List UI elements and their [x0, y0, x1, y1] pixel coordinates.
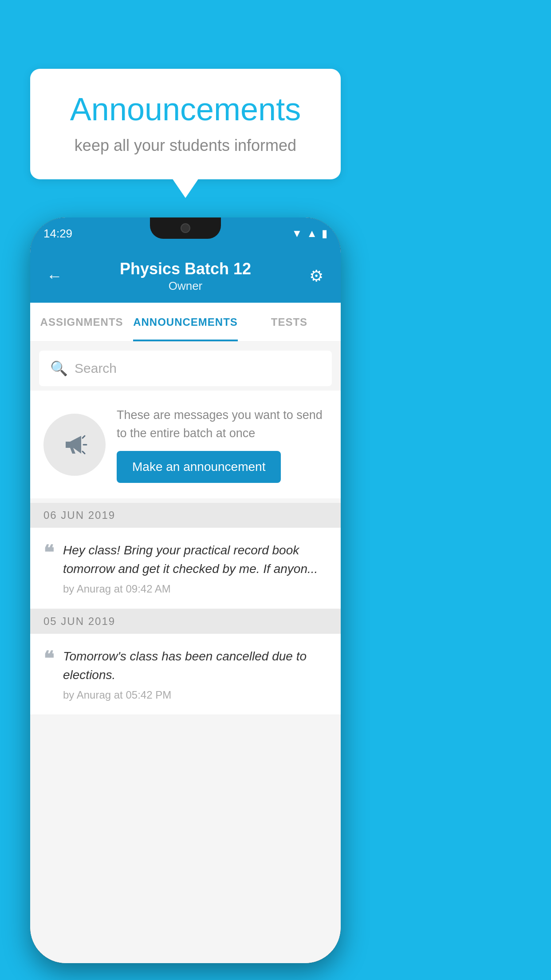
speech-bubble-container: Announcements keep all your students inf…: [30, 69, 341, 179]
phone-screen: 14:29 ▼ ▲ ▮ ← Physics Batch 12 Owner ⚙ A…: [30, 217, 341, 963]
settings-icon[interactable]: ⚙: [305, 267, 327, 285]
wifi-icon: ▼: [291, 227, 302, 240]
quote-icon-1: ❝: [43, 543, 54, 563]
header-title-group: Physics Batch 12 Owner: [66, 260, 305, 293]
search-placeholder-text: Search: [75, 361, 117, 376]
batch-title: Physics Batch 12: [66, 260, 305, 278]
camera: [181, 223, 190, 233]
announcement-meta-1: by Anurag at 09:42 AM: [63, 583, 327, 595]
promo-card: These are messages you want to send to t…: [30, 391, 341, 498]
batch-role: Owner: [66, 279, 305, 293]
announcement-message-1: Hey class! Bring your practical record b…: [63, 541, 327, 578]
signal-icon: ▲: [307, 227, 317, 240]
date-text-1: 06 JUN 2019: [43, 509, 115, 522]
svg-line-0: [83, 436, 85, 438]
announcement-text-group-2: Tomorrow's class has been cancelled due …: [63, 647, 327, 701]
content-area: 🔍 Search These are messages you want to …: [30, 342, 341, 963]
search-bar[interactable]: 🔍 Search: [39, 351, 332, 386]
app-header: ← Physics Batch 12 Owner ⚙: [30, 249, 341, 303]
speech-bubble: Announcements keep all your students inf…: [30, 69, 341, 179]
promo-icon-circle: [43, 414, 106, 476]
notch: [150, 217, 221, 239]
tab-assignments[interactable]: ASSIGNMENTS: [30, 303, 133, 341]
status-time: 14:29: [43, 227, 72, 241]
tabs-bar: ASSIGNMENTS ANNOUNCEMENTS TESTS: [30, 303, 341, 342]
battery-icon: ▮: [322, 227, 327, 240]
status-icons: ▼ ▲ ▮: [291, 227, 327, 240]
date-text-2: 05 JUN 2019: [43, 615, 115, 628]
megaphone-icon: [59, 429, 90, 460]
tab-announcements[interactable]: ANNOUNCEMENTS: [133, 303, 238, 341]
back-button[interactable]: ←: [43, 267, 66, 285]
announcement-item-1[interactable]: ❝ Hey class! Bring your practical record…: [30, 528, 341, 609]
announcement-message-2: Tomorrow's class has been cancelled due …: [63, 647, 327, 684]
date-separator-1: 06 JUN 2019: [30, 503, 341, 528]
phone-frame: 14:29 ▼ ▲ ▮ ← Physics Batch 12 Owner ⚙ A…: [30, 217, 341, 963]
promo-description: These are messages you want to send to t…: [117, 406, 327, 442]
speech-bubble-title: Announcements: [57, 91, 314, 127]
tab-tests[interactable]: TESTS: [238, 303, 341, 341]
search-icon: 🔍: [50, 360, 68, 377]
make-announcement-button[interactable]: Make an announcement: [117, 451, 281, 483]
promo-text-group: These are messages you want to send to t…: [117, 406, 327, 483]
announcement-text-group-1: Hey class! Bring your practical record b…: [63, 541, 327, 595]
svg-line-2: [83, 451, 85, 454]
speech-bubble-subtitle: keep all your students informed: [57, 136, 314, 155]
announcement-item-2[interactable]: ❝ Tomorrow's class has been cancelled du…: [30, 634, 341, 715]
quote-icon-2: ❝: [43, 649, 54, 669]
announcement-meta-2: by Anurag at 05:42 PM: [63, 689, 327, 701]
date-separator-2: 05 JUN 2019: [30, 609, 341, 634]
